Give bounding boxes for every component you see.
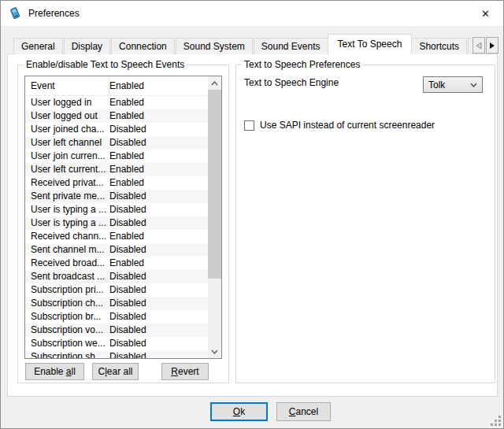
close-button[interactable]: ✕: [468, 1, 503, 26]
chevron-down-icon: [211, 349, 218, 354]
event-name: User is typing a ...: [25, 216, 109, 230]
event-state: Disabled: [109, 243, 221, 257]
enable-all-button[interactable]: Enable all: [25, 363, 84, 380]
tab-scroll-right-button[interactable]: [486, 37, 498, 54]
events-group-title: Enable/disable Text to Speech Events: [24, 59, 187, 70]
event-state: Enabled: [109, 257, 221, 270]
column-header-event[interactable]: Event: [25, 76, 109, 95]
table-row[interactable]: Subscription pri...Disabled: [25, 283, 221, 297]
tts-events-table[interactable]: Event Enabled User logged inEnabledUser …: [24, 76, 222, 359]
scroll-up-button[interactable]: [208, 76, 221, 90]
event-name: Sent broadcast ...: [25, 270, 109, 283]
event-name: Subscription br...: [25, 310, 109, 324]
tab-sound-system[interactable]: Sound System: [176, 38, 253, 54]
table-row[interactable]: Subscription sh...Disabled: [25, 350, 221, 358]
event-name: Sent private me...: [25, 190, 109, 203]
event-state: Enabled: [109, 230, 221, 243]
tts-engine-dropdown[interactable]: Tolk: [423, 76, 483, 93]
table-row[interactable]: User left current...Enabled: [25, 163, 221, 176]
window-title: Preferences: [28, 8, 80, 19]
table-row[interactable]: Received broad...Enabled: [25, 257, 221, 270]
chevron-up-icon: [211, 81, 218, 86]
table-row[interactable]: User joined cha...Disabled: [25, 123, 221, 136]
triangle-right-icon: [489, 42, 495, 50]
event-name: User is typing a ...: [25, 203, 109, 216]
preferences-dialog: Preferences ✕ GeneralDisplayConnectionSo…: [0, 0, 504, 429]
table-row[interactable]: User is typing a ...Disabled: [25, 203, 221, 216]
table-row[interactable]: User logged inEnabled: [25, 96, 221, 109]
event-name: User logged out: [25, 109, 109, 123]
event-name: Sent channel m...: [25, 243, 109, 257]
tts-preferences-groupbox: Text to Speech Preferences: [235, 65, 495, 383]
cancel-button[interactable]: Cancel: [276, 402, 331, 421]
event-name: User join curren...: [25, 150, 109, 163]
ok-button[interactable]: Ok: [210, 402, 268, 421]
scroll-down-button[interactable]: [208, 345, 221, 358]
chevron-down-icon: [470, 83, 477, 87]
event-state: Disabled: [109, 203, 221, 216]
event-state: Enabled: [109, 96, 221, 109]
tab-scroll-left-button[interactable]: [472, 37, 485, 54]
table-row[interactable]: Subscription ch...Disabled: [25, 297, 221, 310]
tts-engine-label: Text to Speech Engine: [244, 77, 339, 88]
table-row[interactable]: User is typing a ...Disabled: [25, 216, 221, 230]
event-name: Received broad...: [25, 257, 109, 270]
event-state: Enabled: [109, 163, 221, 176]
event-name: Received chann...: [25, 230, 109, 243]
event-state: Disabled: [109, 136, 221, 150]
tts-group-title: Text to Speech Preferences: [242, 59, 362, 70]
table-row[interactable]: Subscription vo...Disabled: [25, 324, 221, 337]
event-state: Disabled: [109, 190, 221, 203]
event-name: Subscription we...: [25, 337, 109, 350]
tab-connection[interactable]: Connection: [111, 38, 175, 54]
table-row[interactable]: Subscription br...Disabled: [25, 310, 221, 324]
event-state: Disabled: [109, 350, 221, 358]
tab-general[interactable]: General: [13, 38, 63, 54]
event-name: User left current...: [25, 163, 109, 176]
sapi-checkbox[interactable]: [244, 120, 254, 131]
event-name: User left channel: [25, 136, 109, 150]
teamtalk-app-icon: [9, 7, 21, 20]
event-name: User logged in: [25, 96, 109, 109]
tab-shortcuts[interactable]: Shortcuts: [411, 38, 467, 54]
event-name: User joined cha...: [25, 123, 109, 136]
event-name: Received privat...: [25, 176, 109, 190]
close-icon: ✕: [481, 8, 490, 20]
column-header-enabled[interactable]: Enabled: [109, 80, 221, 91]
table-row[interactable]: Sent channel m...Disabled: [25, 243, 221, 257]
tts-engine-value: Tolk: [428, 80, 445, 91]
tab-bar: GeneralDisplayConnectionSound SystemSoun…: [13, 34, 472, 54]
table-row[interactable]: Received privat...Enabled: [25, 176, 221, 190]
resize-grip[interactable]: [491, 416, 501, 426]
tab-text-to-speech[interactable]: Text To Speech: [328, 34, 413, 54]
event-name: Subscription sh...: [25, 350, 109, 358]
vertical-scrollbar[interactable]: [208, 76, 221, 358]
sapi-checkbox-row[interactable]: Use SAPI instead of current screenreader: [244, 120, 435, 131]
table-row[interactable]: User logged outEnabled: [25, 109, 221, 123]
event-state: Disabled: [109, 337, 221, 350]
tab-display[interactable]: Display: [64, 38, 110, 54]
sapi-checkbox-label: Use SAPI instead of current screenreader: [260, 120, 435, 131]
event-state: Enabled: [109, 109, 221, 123]
titlebar[interactable]: Preferences ✕: [1, 1, 503, 26]
table-row[interactable]: Subscription we...Disabled: [25, 337, 221, 350]
event-state: Enabled: [109, 150, 221, 163]
table-row[interactable]: Sent broadcast ...Disabled: [25, 270, 221, 283]
table-row[interactable]: User left channelDisabled: [25, 136, 221, 150]
table-row[interactable]: Sent private me...Disabled: [25, 190, 221, 203]
scrollbar-thumb[interactable]: [208, 90, 221, 279]
event-state: Disabled: [109, 216, 221, 230]
event-state: Disabled: [109, 324, 221, 337]
event-state: Disabled: [109, 310, 221, 324]
tab-sound-events[interactable]: Sound Events: [254, 38, 328, 54]
table-rows-area: User logged inEnabledUser logged outEnab…: [25, 96, 221, 358]
event-name: Subscription vo...: [25, 324, 109, 337]
table-header-row[interactable]: Event Enabled: [25, 76, 221, 96]
event-state: Disabled: [109, 123, 221, 136]
table-row[interactable]: User join curren...Enabled: [25, 150, 221, 163]
event-name: Subscription ch...: [25, 297, 109, 310]
revert-button[interactable]: Revert: [161, 363, 209, 380]
clear-all-button[interactable]: Clear all: [92, 363, 139, 380]
event-state: Disabled: [109, 283, 221, 297]
table-row[interactable]: Received chann...Enabled: [25, 230, 221, 243]
